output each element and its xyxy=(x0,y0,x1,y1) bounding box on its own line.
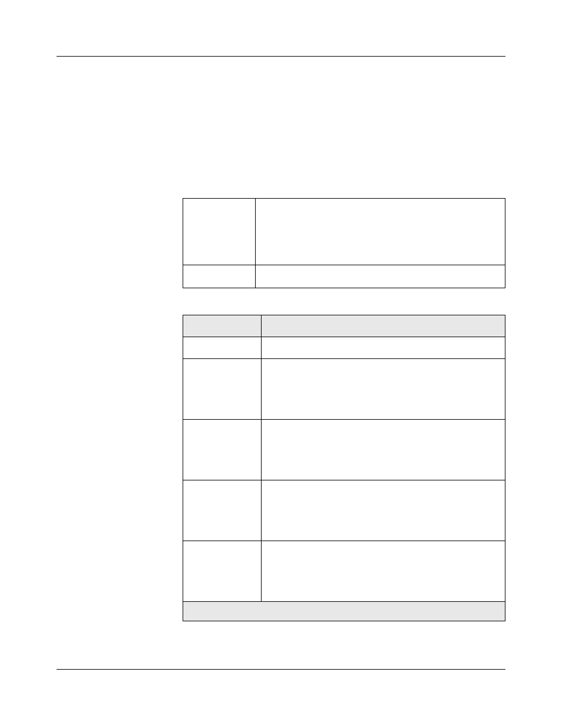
table-footer-row xyxy=(183,602,505,621)
cell xyxy=(183,359,262,420)
cell xyxy=(262,359,505,420)
page xyxy=(0,0,562,728)
header-cell xyxy=(183,315,262,337)
table-row xyxy=(183,265,505,288)
upper-table-cell xyxy=(256,265,505,288)
cell xyxy=(183,337,262,359)
upper-table-cell xyxy=(183,265,256,288)
cell xyxy=(183,541,262,602)
cell xyxy=(262,541,505,602)
table-row xyxy=(183,480,505,541)
upper-table-cell xyxy=(183,199,256,265)
upper-table-grid xyxy=(183,198,505,288)
upper-table-cell xyxy=(256,199,505,265)
table-row xyxy=(183,199,505,265)
cell xyxy=(262,480,505,541)
table-header-row xyxy=(183,315,505,337)
table-row xyxy=(183,337,505,359)
table-row xyxy=(183,420,505,480)
cell xyxy=(262,337,505,359)
upper-table xyxy=(183,198,505,288)
footer-cell xyxy=(183,602,505,621)
header-cell xyxy=(262,315,505,337)
cell xyxy=(183,480,262,541)
cell xyxy=(262,420,505,480)
table-row xyxy=(183,359,505,420)
main-table xyxy=(183,315,505,621)
footer-rule xyxy=(57,669,505,670)
table-row xyxy=(183,541,505,602)
header-rule xyxy=(57,56,505,57)
cell xyxy=(183,420,262,480)
